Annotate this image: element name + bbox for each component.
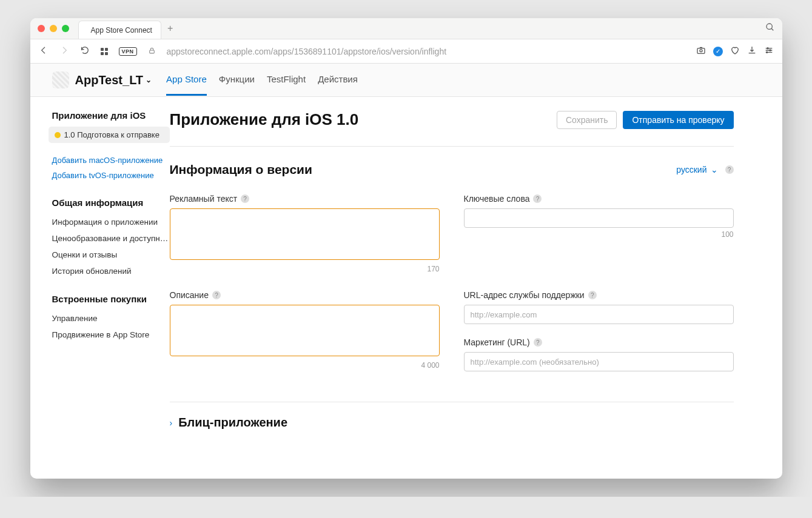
main-panel: Приложение для iOS 1.0 Сохранить Отправи…	[170, 97, 782, 479]
back-button[interactable]	[39, 45, 49, 58]
sidebar-item-app-info[interactable]: Информация о приложении	[52, 214, 170, 230]
keywords-counter: 100	[464, 230, 734, 239]
sidebar-item-promote[interactable]: Продвижение в App Store	[52, 327, 170, 343]
camera-icon[interactable]	[696, 45, 706, 57]
svg-point-8	[767, 48, 768, 49]
close-window-button[interactable]	[38, 25, 45, 32]
help-icon[interactable]: ?	[534, 338, 542, 347]
app-clip-section[interactable]: › Блиц-приложение	[170, 416, 734, 430]
description-counter: 4 000	[170, 361, 440, 370]
app-name-dropdown[interactable]: AppTest_LT ⌄	[75, 73, 152, 87]
page-title: Приложение для iOS 1.0	[170, 110, 359, 129]
sidebar-section-iap: Встроенные покупки	[52, 294, 170, 304]
promo-counter: 170	[170, 265, 440, 273]
sidebar-item-ratings[interactable]: Оценки и отзывы	[52, 247, 170, 263]
help-icon[interactable]: ?	[725, 165, 734, 174]
tab-testflight[interactable]: TestFlight	[267, 64, 306, 96]
svg-line-1	[771, 28, 773, 30]
sidebar-item-manage[interactable]: Управление	[52, 310, 170, 327]
app-header: AppTest_LT ⌄ App Store Функции TestFligh…	[30, 64, 782, 97]
help-icon[interactable]: ?	[533, 194, 542, 203]
search-icon[interactable]	[765, 22, 775, 35]
description-label: Описание	[170, 290, 209, 300]
version-status[interactable]: 1.0 Подготовка к отправке	[49, 127, 170, 143]
sidebar-section-ios: Приложение для iOS	[52, 110, 170, 121]
language-selector[interactable]: русский ⌄ ?	[676, 165, 733, 174]
tab-activity[interactable]: Действия	[318, 64, 358, 96]
apps-grid-icon[interactable]	[101, 48, 108, 55]
section-title: Информация о версии	[170, 162, 312, 177]
tab-app-store[interactable]: App Store	[166, 64, 207, 96]
reload-button[interactable]	[80, 45, 90, 57]
promo-textarea[interactable]	[170, 208, 440, 260]
vpn-badge[interactable]: VPN	[119, 47, 137, 56]
support-url-label: URL-адрес службы поддержки	[464, 290, 585, 300]
shield-icon[interactable]: ✓	[713, 47, 723, 56]
settings-icon[interactable]	[764, 45, 774, 57]
sidebar-item-pricing[interactable]: Ценообразование и доступно…	[52, 230, 170, 247]
tab-title: App Store Connect	[91, 26, 152, 35]
maximize-window-button[interactable]	[62, 25, 69, 32]
chevron-down-icon: ⌄	[146, 76, 152, 84]
forward-button[interactable]	[59, 45, 69, 58]
help-icon[interactable]: ?	[588, 291, 597, 299]
keywords-input[interactable]	[464, 208, 734, 228]
page-header: Приложение для iOS 1.0 Сохранить Отправи…	[170, 110, 734, 147]
field-keywords: Ключевые слова ? 100	[464, 194, 734, 273]
header-tabs: App Store Функции TestFlight Действия	[166, 64, 358, 96]
right-column-urls: URL-адрес службы поддержки ? Маркетинг (…	[464, 290, 734, 371]
add-macos-link[interactable]: Добавить macOS-приложение	[52, 153, 170, 168]
sidebar-item-history[interactable]: История обновлений	[52, 263, 170, 279]
sidebar-section-general: Общая информация	[52, 198, 170, 208]
save-button[interactable]: Сохранить	[557, 111, 617, 129]
new-tab-button[interactable]: +	[167, 23, 173, 34]
section-header: Информация о версии русский ⌄ ?	[170, 162, 734, 177]
svg-point-0	[767, 24, 772, 29]
window-titlebar: App Store Connect +	[30, 18, 782, 39]
status-dot-icon	[55, 132, 61, 138]
field-promo: Рекламный текст ? 170	[170, 194, 440, 273]
heart-icon[interactable]	[730, 45, 740, 57]
divider	[170, 402, 734, 402]
browser-toolbar: VPN appstoreconnect.apple.com/apps/15368…	[30, 39, 782, 64]
field-description: Описание ? 4 000	[170, 290, 440, 371]
help-icon[interactable]: ?	[241, 194, 249, 203]
form-grid: Рекламный текст ? 170 Ключевые слова ? 1…	[170, 194, 734, 371]
address-bar[interactable]: appstoreconnect.apple.com/apps/153689110…	[167, 47, 685, 56]
marketing-url-input[interactable]	[464, 352, 734, 371]
submit-button[interactable]: Отправить на проверку	[623, 111, 733, 129]
window-controls	[38, 25, 69, 32]
page-content: Приложение для iOS 1.0 Подготовка к отпр…	[30, 97, 782, 479]
marketing-url-label: Маркетинг (URL)	[464, 337, 530, 347]
svg-rect-2	[149, 50, 154, 53]
chevron-right-icon: ›	[170, 418, 173, 428]
svg-point-10	[766, 51, 767, 53]
browser-tab[interactable]: App Store Connect	[78, 21, 161, 39]
keywords-label: Ключевые слова	[464, 194, 530, 204]
toolbar-actions: ✓	[696, 45, 774, 57]
svg-point-4	[700, 50, 702, 52]
support-url-input[interactable]	[464, 305, 734, 324]
description-textarea[interactable]	[170, 305, 440, 356]
download-icon[interactable]	[747, 45, 757, 57]
sidebar: Приложение для iOS 1.0 Подготовка к отпр…	[30, 97, 170, 479]
help-icon[interactable]: ?	[212, 291, 221, 299]
browser-window: App Store Connect + VPN appstoreconnect.…	[30, 18, 782, 479]
svg-rect-3	[697, 48, 705, 54]
app-icon	[52, 71, 69, 88]
promo-label: Рекламный текст	[170, 194, 238, 204]
minimize-window-button[interactable]	[50, 25, 57, 32]
add-tvos-link[interactable]: Добавить tvOS-приложение	[52, 168, 170, 183]
chevron-down-icon: ⌄	[711, 165, 718, 174]
lock-icon	[148, 47, 156, 56]
app-clip-title: Блиц-приложение	[178, 416, 287, 430]
tab-features[interactable]: Функции	[219, 64, 255, 96]
svg-point-9	[770, 50, 771, 51]
